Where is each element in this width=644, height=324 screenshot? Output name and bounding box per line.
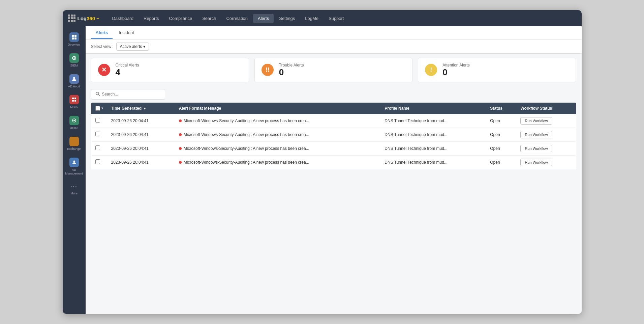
adaudit-icon <box>69 74 79 84</box>
nav-settings[interactable]: Settings <box>274 14 300 23</box>
nav-dashboard[interactable]: Dashboard <box>107 14 138 23</box>
select-all-checkbox[interactable] <box>95 106 100 111</box>
row-checkbox-2[interactable] <box>95 145 100 150</box>
svg-point-6 <box>73 77 75 79</box>
sidebar-item-siem[interactable]: SIEM <box>64 51 84 70</box>
select-view-label: Select view : <box>91 44 114 49</box>
th-time-generated[interactable]: Time Generated ▾ <box>107 102 175 114</box>
exchange-icon <box>69 137 79 146</box>
tab-alerts[interactable]: Alerts <box>91 27 113 39</box>
sidebar-item-ueba[interactable]: UEBA <box>64 113 84 133</box>
trouble-alerts-icon: !! <box>262 64 274 76</box>
select-view-dropdown[interactable]: Active alerts ▾ <box>116 43 149 51</box>
sidebar: Overview SIEM AD Audit M365 <box>63 26 86 314</box>
topbar: Log360 ~ Dashboard Reports Compliance Se… <box>63 10 582 26</box>
overview-icon <box>69 32 79 42</box>
row-message-0: Microsoft-Windows-Security-Auditing : A … <box>175 114 381 128</box>
critical-alerts-label: Critical Alerts <box>116 63 139 68</box>
sidebar-adaudit-label: AD Audit <box>68 85 80 88</box>
more-label: More <box>70 192 78 195</box>
app-window: Log360 ~ Dashboard Reports Compliance Se… <box>63 10 582 314</box>
th-alert-format-message: Alert Format Message <box>175 102 381 114</box>
attention-alerts-icon: ! <box>425 64 437 76</box>
svg-point-5 <box>73 57 75 59</box>
sidebar-item-adaudit[interactable]: AD Audit <box>64 72 84 91</box>
run-workflow-button-3[interactable]: Run Workflow <box>520 159 552 166</box>
alert-dot-2 <box>179 147 182 150</box>
table-body: 2023-09-26 20:04:41 Microsoft-Windows-Se… <box>91 114 576 169</box>
row-checkbox-1[interactable] <box>95 132 100 136</box>
th-workflow-status: Workflow Status <box>516 102 576 114</box>
content-area: Alerts Incident Select view : Active ale… <box>86 26 582 314</box>
row-workflow-0: Run Workflow <box>516 114 576 128</box>
sidebar-item-admanagement[interactable]: ADManagement <box>64 155 84 178</box>
search-input[interactable] <box>102 92 156 97</box>
table-row: 2023-09-26 20:04:41 Microsoft-Windows-Se… <box>91 155 576 169</box>
row-message-2: Microsoft-Windows-Security-Auditing : A … <box>175 141 381 155</box>
row-checkbox-cell <box>91 155 107 169</box>
row-profile-0: DNS Tunnel Technique from mud... <box>380 114 486 128</box>
svg-rect-2 <box>72 37 74 39</box>
row-checkbox-cell <box>91 114 107 128</box>
row-checkbox-cell <box>91 141 107 155</box>
alerts-table: ▾ Time Generated ▾ Alert Format Message … <box>91 102 576 169</box>
row-time-2: 2023-09-26 20:04:41 <box>107 141 175 155</box>
row-time-1: 2023-09-26 20:04:41 <box>107 128 175 141</box>
sidebar-item-overview[interactable]: Overview <box>64 30 84 49</box>
alert-dot-1 <box>179 133 182 136</box>
subtabs: Alerts Incident <box>86 26 582 40</box>
critical-alerts-count: 4 <box>116 68 139 77</box>
dropdown-chevron-icon: ▾ <box>143 44 145 49</box>
row-workflow-2: Run Workflow <box>516 141 576 155</box>
row-profile-3: DNS Tunnel Technique from mud... <box>380 155 486 169</box>
nav-correlation[interactable]: Correlation <box>221 14 252 23</box>
sidebar-item-m365[interactable]: M365 <box>64 92 84 112</box>
table-row: 2023-09-26 20:04:41 Microsoft-Windows-Se… <box>91 141 576 155</box>
row-message-3: Microsoft-Windows-Security-Auditing : A … <box>175 155 381 169</box>
tab-incident[interactable]: Incident <box>114 27 139 39</box>
row-time-3: 2023-09-26 20:04:41 <box>107 155 175 169</box>
grid-icon <box>68 15 75 22</box>
nav-reports[interactable]: Reports <box>139 14 164 23</box>
row-status-2: Open <box>486 141 516 155</box>
sidebar-exchange-label: Exchange <box>67 147 81 151</box>
attention-alerts-card: ! Attention Alerts 0 <box>418 58 576 82</box>
th-time-generated-label: Time Generated <box>111 106 142 111</box>
nav-search[interactable]: Search <box>197 14 221 23</box>
run-workflow-button-0[interactable]: Run Workflow <box>520 117 552 125</box>
svg-rect-3 <box>74 37 76 39</box>
search-box <box>91 89 165 100</box>
nav-alerts[interactable]: Alerts <box>253 14 274 23</box>
row-checkbox-0[interactable] <box>95 118 100 123</box>
svg-rect-10 <box>74 100 76 102</box>
sidebar-ueba-label: UEBA <box>70 126 78 130</box>
topnav: Dashboard Reports Compliance Search Corr… <box>107 14 576 23</box>
row-status-0: Open <box>486 114 516 128</box>
search-icon <box>95 91 100 97</box>
run-workflow-button-1[interactable]: Run Workflow <box>520 131 552 138</box>
trouble-alerts-info: Trouble Alerts 0 <box>279 63 304 77</box>
row-status-3: Open <box>486 155 516 169</box>
attention-alerts-count: 0 <box>442 68 470 77</box>
toolbar: Select view : Active alerts ▾ <box>86 40 582 54</box>
row-checkbox-cell <box>91 128 107 141</box>
nav-compliance[interactable]: Compliance <box>164 14 197 23</box>
row-message-1: Microsoft-Windows-Security-Auditing : A … <box>175 128 381 141</box>
run-workflow-button-2[interactable]: Run Workflow <box>520 145 552 152</box>
trouble-alerts-count: 0 <box>279 68 304 77</box>
row-checkbox-3[interactable] <box>95 159 100 164</box>
admanage-icon <box>69 158 79 167</box>
sidebar-item-exchange[interactable]: Exchange <box>64 134 84 154</box>
main-layout: Overview SIEM AD Audit M365 <box>63 26 582 314</box>
nav-support[interactable]: Support <box>324 14 349 23</box>
svg-point-14 <box>96 92 99 95</box>
svg-rect-9 <box>72 100 74 102</box>
table-container: ▾ Time Generated ▾ Alert Format Message … <box>86 102 582 314</box>
more-dots[interactable]: ··· <box>70 183 78 190</box>
th-checkbox: ▾ <box>91 102 107 114</box>
logo-accent: 360 <box>87 16 95 21</box>
row-profile-1: DNS Tunnel Technique from mud... <box>380 128 486 141</box>
table-row: 2023-09-26 20:04:41 Microsoft-Windows-Se… <box>91 114 576 128</box>
attention-alerts-label: Attention Alerts <box>442 63 470 68</box>
nav-logme[interactable]: LogMe <box>300 14 323 23</box>
